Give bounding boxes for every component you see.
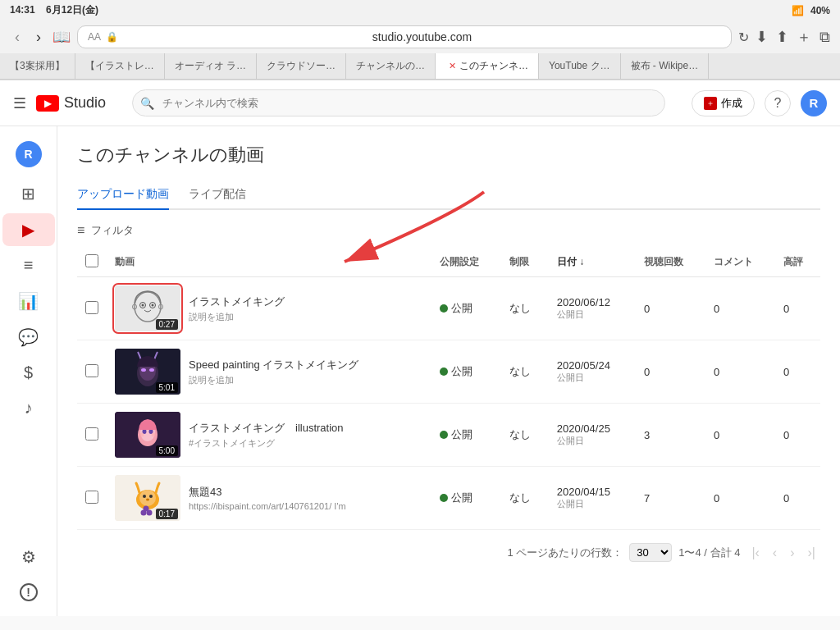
tab-audio[interactable]: オーディオ ラ… [165,53,257,79]
table-header: 動画 公開設定 制限 日付 ↓ 視聴回数 コメント 高評 [77,248,820,277]
download-button[interactable]: ⬇ [756,28,768,46]
video-info-v2: Speed painting イラストメイキング 説明を追加 [189,358,358,386]
search-input[interactable] [132,89,665,116]
reload-button[interactable]: ↻ [738,30,749,45]
video-cell-v2: 5:01 Speed painting イラストメイキング 説明を追加 [115,349,423,395]
video-title-v3: イラストメイキング illustration [189,421,344,436]
sidebar-item-comments[interactable]: 📊 [2,285,55,317]
tab-close-icon[interactable]: ✕ [449,61,456,71]
sidebar-item-dashboard[interactable]: ⊞ [2,177,55,210]
rows-per-page-label: 1 ページあたりの行数： [507,546,623,560]
menu-icon[interactable]: ☰ [13,94,26,112]
pagination: 1 ページあたりの行数： 30 50 100 1〜4 / 合計 4 |‹ ‹ ›… [77,530,820,575]
sidebar-item-videos[interactable]: ▶ [2,213,55,246]
back-button[interactable]: ‹ [10,27,25,48]
col-date[interactable]: 日付 ↓ [549,248,636,277]
range-label: 1〜4 / 合計 4 [678,546,740,560]
tab-cloud[interactable]: クラウドソー… [257,53,346,79]
next-page-button[interactable]: › [785,544,799,562]
select-all-checkbox[interactable] [85,254,98,267]
last-page-button[interactable]: ›| [803,544,820,562]
restriction-v3: なし [501,404,548,467]
row-checkbox-v4[interactable] [85,491,98,504]
thumbnail-v4: 0:17 [115,475,180,521]
tab-this-channel[interactable]: ✕ このチャンネ… [436,53,539,79]
public-dot-v2 [440,368,448,376]
tabs-button[interactable]: ⧉ [819,29,830,46]
row-checkbox-v2[interactable] [85,364,98,377]
prev-page-button[interactable]: ‹ [768,544,782,562]
table-row: 0:17 無題43 https://ibispaint.com/art/1407… [77,467,820,530]
sidebar-avatar: R [16,141,42,167]
tab-youtube-k[interactable]: YouTube ク… [539,53,621,79]
sidebar-item-subtitles[interactable]: 💬 [2,321,55,354]
yt-studio-app: ☰ ▶ Studio 🔍 ＋ 作成 ? R [0,80,840,616]
font-size-label: AA [88,31,101,43]
filter-label[interactable]: フィルタ [91,223,134,238]
sidebar-avatar-item[interactable]: R [2,135,55,174]
duration-v3: 5:00 [156,445,178,456]
feedback-icon: ! [20,583,38,601]
tab-live[interactable]: ライブ配信 [189,180,246,210]
tab-channel[interactable]: チャンネルの… [346,53,436,79]
svg-point-24 [149,495,153,498]
yt-body: R ⊞ ▶ ≡ 📊 💬 $ ♪ [0,126,840,616]
views-v4: 7 [636,467,705,530]
create-button[interactable]: ＋ 作成 [692,90,755,116]
tab-upload[interactable]: アップロード動画 [77,180,169,210]
tab-wikipedia[interactable]: 被布 - Wikipe… [621,53,710,79]
col-visibility: 公開設定 [431,248,501,277]
sidebar-item-feedback[interactable]: ! [2,577,55,608]
duration-v1: 0:27 [156,319,178,330]
thumbnail-v1: 0:27 [115,285,180,331]
visibility-v3: 公開 [440,427,493,442]
nav-actions: ⬇ ⬆ ＋ ⧉ [756,27,830,47]
table-row: 5:00 イラストメイキング illustration #イラストメイキング [77,404,820,467]
sidebar-item-settings[interactable]: ⚙ [2,541,55,573]
forward-button[interactable]: › [31,27,46,48]
filter-icon[interactable]: ≡ [77,223,84,238]
col-checkbox [77,248,107,277]
video-desc-v3: #イラストメイキング [189,437,344,450]
date-v2: 2020/05/24 公開日 [549,340,636,404]
tab-illust[interactable]: 【イラストレ… [75,53,165,79]
public-dot-v4 [440,494,448,502]
wifi-icon: 📶 [792,5,804,16]
sidebar-item-revenue[interactable]: $ [2,357,55,389]
row-checkbox-v3[interactable] [85,427,98,441]
content-tabs: アップロード動画 ライブ配信 [77,180,820,210]
bookmarks-icon[interactable]: 📖 [52,28,71,46]
row-checkbox-v1[interactable] [85,301,98,314]
video-info-v4: 無題43 https://ibispaint.com/art/140761201… [189,485,346,511]
svg-point-11 [141,368,146,372]
tabs-bar: 【3案採用】 【イラストレ… オーディオ ラ… クラウドソー… チャンネルの… … [0,53,840,80]
share-button[interactable]: ⬆ [776,28,788,46]
search-icon: 🔍 [140,97,154,110]
svg-point-18 [140,433,144,437]
main-content: このチャンネルの動画 アップロード動画 ライブ配信 ≡ フィルタ [57,126,840,616]
duration-v2: 5:01 [156,382,178,393]
play-icon: ▶ [44,98,52,109]
col-rating: 高評 [775,248,820,277]
sidebar-item-analytics[interactable]: ≡ [2,249,55,281]
rows-per-page-select[interactable]: 30 50 100 [629,543,672,562]
video-table: 動画 公開設定 制限 日付 ↓ 視聴回数 コメント 高評 [77,248,820,530]
video-list: 0:27 イラストメイキング 説明を追加 公開 [77,277,820,530]
status-right: 📶 40% [792,5,830,16]
svg-point-12 [149,368,154,372]
tab-3case[interactable]: 【3案採用】 [0,53,75,79]
new-tab-button[interactable]: ＋ [797,27,811,47]
help-icon: ? [774,96,782,111]
help-button[interactable]: ? [765,90,791,116]
sidebar-item-audio[interactable]: ♪ [2,392,55,424]
yt-logo[interactable]: ▶ Studio [36,94,106,112]
address-bar[interactable]: AA 🔒 studio.youtube.com [77,25,732,48]
browser-chrome: 14:31 6月12日(金) 📶 40% ‹ › 📖 AA 🔒 studio.y… [0,0,840,80]
analytics-icon: ≡ [24,256,34,275]
user-avatar[interactable]: R [801,90,827,116]
svg-point-23 [143,495,146,498]
video-desc-v4: https://ibispaint.com/art/140761201/ I'm [189,501,346,511]
revenue-icon: $ [24,363,33,382]
lock-icon: 🔒 [106,31,118,43]
first-page-button[interactable]: |‹ [746,544,764,562]
